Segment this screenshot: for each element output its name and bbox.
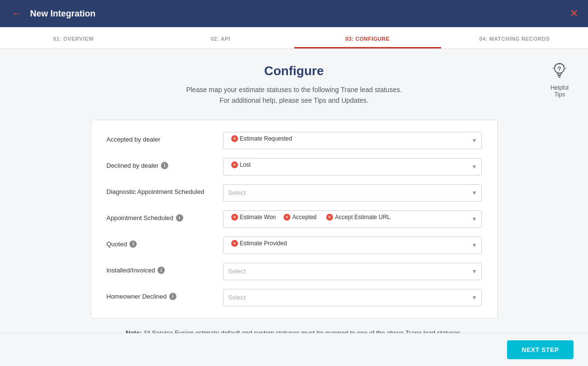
bulb-icon	[552, 63, 567, 82]
tag-accepted: ✕ Accepted	[281, 213, 319, 222]
info-icon-appointment[interactable]: i	[176, 214, 183, 222]
form-row-homeowner: Homeowner Declined i Select ▼	[107, 289, 482, 306]
chevron-quoted: ▼	[472, 242, 477, 249]
info-icon-homeowner[interactable]: i	[169, 293, 176, 300]
tag-accept-estimate-url: ✕ Accept Estimate URL	[323, 213, 393, 222]
close-icon: ✕	[570, 7, 578, 20]
label-diagnostic: Diagnostic Appointment Scheduled	[107, 184, 223, 195]
tag-remove-estimate-won[interactable]: ✕	[231, 214, 238, 221]
label-installed: Installed/Invoiced i	[107, 263, 223, 274]
step-api[interactable]: 02: API	[147, 27, 294, 48]
tag-estimate-provided: ✕ Estimate Provided	[228, 239, 290, 248]
tag-estimate-requested: ✕ Estimate Requested	[228, 134, 295, 143]
chevron-accepted: ▼	[472, 137, 477, 144]
select-installed[interactable]: Select ▼	[223, 263, 482, 280]
control-accepted: ✕ Estimate Requested ▼	[223, 132, 482, 149]
select-diagnostic[interactable]: Select ▼	[223, 184, 482, 202]
tag-remove-accepted[interactable]: ✕	[284, 214, 290, 221]
modal-header: ← New Integration ✕	[0, 0, 588, 27]
label-quoted: Quoted i	[107, 237, 223, 248]
tag-estimate-won: ✕ Estimate Won	[228, 213, 279, 222]
control-declined: ✕ Lost ▼	[223, 158, 482, 175]
page-subtitle: Please map your estimate statuses to the…	[19, 84, 569, 106]
form-row-declined: Declined by dealer i ✕ Lost ▼	[107, 158, 482, 175]
info-icon-declined[interactable]: i	[161, 162, 168, 169]
tag-lost: ✕ Lost	[228, 160, 254, 169]
label-accepted: Accepted by dealer	[107, 132, 223, 143]
chevron-homeowner: ▼	[472, 294, 477, 301]
modal-body: HelpfulTips Configure Please map your es…	[0, 49, 588, 333]
placeholder-installed: Select	[228, 268, 246, 275]
modal-footer: NEXT STEP	[0, 333, 588, 366]
chevron-declined: ▼	[472, 163, 477, 170]
note-section: Note: All Service Fusion estimate defaul…	[91, 328, 498, 333]
tag-remove-estimate-requested[interactable]: ✕	[231, 135, 238, 142]
control-homeowner: Select ▼	[223, 289, 482, 306]
form-row-appointment: Appointment Scheduled i ✕ Estimate Won ✕…	[107, 210, 482, 228]
form-row-diagnostic: Diagnostic Appointment Scheduled Select …	[107, 184, 482, 202]
step-matching[interactable]: 04: MATCHING RECORDS	[441, 27, 588, 48]
steps-nav: 01: OVERVIEW 02: API 03: CONFIGURE 04: M…	[0, 27, 588, 49]
control-quoted: ✕ Estimate Provided ▼	[223, 237, 482, 254]
back-icon: ←	[12, 7, 22, 20]
tag-remove-lost[interactable]: ✕	[231, 161, 238, 168]
helpful-tips-button[interactable]: HelpfulTips	[551, 63, 569, 98]
step-configure[interactable]: 03: CONFIGURE	[294, 27, 441, 48]
info-icon-installed[interactable]: i	[158, 267, 165, 274]
placeholder-homeowner: Select	[228, 294, 246, 301]
modal-container: ← New Integration ✕ 01: OVERVIEW 02: API…	[0, 0, 588, 366]
helpful-tips-label: HelpfulTips	[551, 84, 569, 98]
close-button[interactable]: ✕	[570, 7, 578, 20]
chevron-appointment: ▼	[472, 216, 477, 223]
control-installed: Select ▼	[223, 263, 482, 280]
tag-remove-estimate-provided[interactable]: ✕	[231, 240, 238, 247]
chevron-diagnostic: ▼	[472, 190, 477, 196]
control-diagnostic: Select ▼	[223, 184, 482, 202]
configure-form: Accepted by dealer ✕ Estimate Requested …	[91, 120, 498, 318]
next-step-button[interactable]: NEXT STEP	[507, 340, 573, 359]
placeholder-diagnostic: Select	[228, 189, 246, 196]
page-title: Configure	[19, 64, 569, 79]
svg-line-4	[555, 65, 556, 66]
select-homeowner[interactable]: Select ▼	[223, 289, 482, 306]
form-row-accepted: Accepted by dealer ✕ Estimate Requested …	[107, 132, 482, 149]
select-appointment[interactable]: ✕ Estimate Won ✕ Accepted ✕ Accept Estim…	[223, 210, 482, 228]
svg-point-0	[555, 64, 564, 73]
chevron-installed: ▼	[472, 268, 477, 275]
select-quoted[interactable]: ✕ Estimate Provided ▼	[223, 237, 482, 254]
note-prefix: Note:	[126, 329, 142, 333]
info-icon-quoted[interactable]: i	[129, 240, 137, 248]
tag-remove-accept-estimate-url[interactable]: ✕	[326, 214, 333, 221]
form-row-quoted: Quoted i ✕ Estimate Provided ▼	[107, 237, 482, 254]
modal-title: New Integration	[30, 9, 95, 19]
note-text: All Service Fusion estimate default and …	[143, 329, 462, 333]
svg-line-5	[564, 65, 565, 66]
select-declined[interactable]: ✕ Lost ▼	[223, 158, 482, 175]
label-homeowner: Homeowner Declined i	[107, 289, 223, 300]
form-row-installed: Installed/Invoiced i Select ▼	[107, 263, 482, 280]
label-appointment: Appointment Scheduled i	[107, 210, 223, 222]
control-appointment: ✕ Estimate Won ✕ Accepted ✕ Accept Estim…	[223, 210, 482, 228]
select-accepted[interactable]: ✕ Estimate Requested ▼	[223, 132, 482, 149]
back-button[interactable]: ←	[10, 5, 24, 22]
label-declined: Declined by dealer i	[107, 158, 223, 169]
step-overview[interactable]: 01: OVERVIEW	[0, 27, 147, 48]
